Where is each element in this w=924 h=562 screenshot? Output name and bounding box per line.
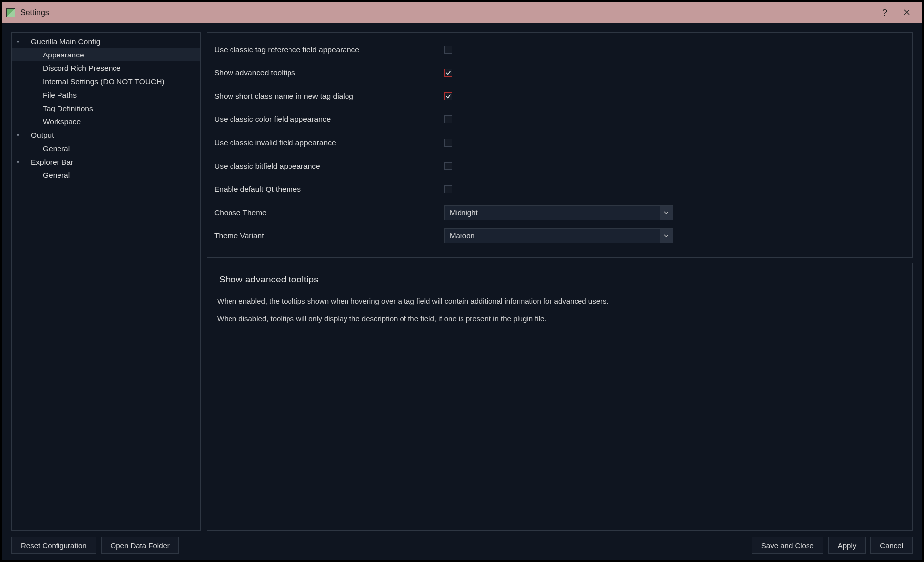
tree-item[interactable]: Discord Rich Presence <box>12 61 200 75</box>
settings-tree[interactable]: ▾Guerilla Main ConfigAppearanceDiscord R… <box>11 32 201 422</box>
checkbox[interactable] <box>444 139 452 147</box>
combobox[interactable]: Maroon <box>444 228 673 243</box>
checkbox[interactable] <box>444 162 452 170</box>
right-column: Use classic tag reference field appearan… <box>207 32 692 422</box>
tree-item-label: Tag Definitions <box>43 104 93 113</box>
tree-item-label: Workspace <box>43 117 81 126</box>
setting-row: Use classic bitfield appearance <box>207 154 692 177</box>
tree-group-label: Guerilla Main Config <box>31 37 100 46</box>
tree-item[interactable]: Appearance <box>12 48 200 61</box>
check-icon <box>445 93 451 99</box>
chevron-down-icon: ▾ <box>17 159 25 165</box>
help-panel: Show advanced tooltips When enabled, the… <box>207 263 692 422</box>
setting-label: Use classic tag reference field appearan… <box>207 45 444 54</box>
combobox[interactable]: Midnight <box>444 205 673 220</box>
body: ▾Guerilla Main ConfigAppearanceDiscord R… <box>2 23 692 422</box>
tree-item[interactable]: Tag Definitions <box>12 102 200 115</box>
tree-item-label: Internal Settings (DO NOT TOUCH) <box>43 77 165 86</box>
window-title: Settings <box>20 8 692 17</box>
setting-label: Use classic invalid field appearance <box>207 138 444 147</box>
tree-group[interactable]: ▾Output <box>12 128 200 142</box>
tree-item[interactable]: Workspace <box>12 115 200 128</box>
chevron-down-icon: ▾ <box>17 39 25 44</box>
tree-group-label: Explorer Bar <box>31 158 73 167</box>
app-icon <box>6 8 15 17</box>
chevron-down-icon <box>660 206 673 220</box>
checkbox[interactable] <box>444 46 452 54</box>
combobox-value: Maroon <box>445 231 660 240</box>
check-icon <box>445 70 451 76</box>
setting-label: Show advanced tooltips <box>207 68 444 77</box>
tree-item[interactable]: General <box>12 142 200 155</box>
checkbox[interactable] <box>444 69 452 77</box>
checkbox[interactable] <box>444 185 452 193</box>
combobox-value: Midnight <box>445 208 660 217</box>
chevron-down-icon <box>660 229 673 243</box>
help-title: Show advanced tooltips <box>219 274 692 285</box>
setting-label: Theme Variant <box>207 231 444 240</box>
setting-label: Use classic bitfield appearance <box>207 162 444 170</box>
tree-item[interactable]: File Paths <box>12 88 200 102</box>
setting-row: Show advanced tooltips <box>207 61 692 84</box>
titlebar: Settings ? <box>2 2 692 23</box>
help-paragraph: When disabled, tooltips will only displa… <box>217 313 692 324</box>
setting-row: Use classic tag reference field appearan… <box>207 38 692 61</box>
tree-group[interactable]: ▾Guerilla Main Config <box>12 35 200 48</box>
tree-group[interactable]: ▾Explorer Bar <box>12 155 200 169</box>
tree-item-label: General <box>43 171 70 180</box>
setting-label: Choose Theme <box>207 208 444 217</box>
tree-item[interactable]: General <box>12 169 200 182</box>
tree-item[interactable]: Internal Settings (DO NOT TOUCH) <box>12 75 200 88</box>
setting-label: Use classic color field appearance <box>207 115 444 124</box>
setting-label: Enable default Qt themes <box>207 185 444 194</box>
tree-item-label: General <box>43 144 70 153</box>
help-paragraph: When enabled, the tooltips shown when ho… <box>217 296 692 306</box>
setting-row: Show short class name in new tag dialog <box>207 84 692 108</box>
setting-row: Use classic invalid field appearance <box>207 131 692 154</box>
checkbox[interactable] <box>444 92 452 100</box>
checkbox[interactable] <box>444 115 452 123</box>
setting-row: Theme VariantMaroon <box>207 224 692 247</box>
tree-group-label: Output <box>31 131 54 140</box>
setting-row: Enable default Qt themes <box>207 177 692 201</box>
setting-row: Choose ThemeMidnight <box>207 201 692 224</box>
tree-item-label: Discord Rich Presence <box>43 64 121 73</box>
setting-row: Use classic color field appearance <box>207 108 692 131</box>
settings-window: Settings ? ▾Guerilla Main ConfigAppearan… <box>2 2 692 422</box>
chevron-down-icon: ▾ <box>17 132 25 138</box>
tree-item-label: Appearance <box>43 51 84 59</box>
settings-panel: Use classic tag reference field appearan… <box>207 32 692 258</box>
tree-item-label: File Paths <box>43 91 77 100</box>
setting-label: Show short class name in new tag dialog <box>207 92 444 101</box>
